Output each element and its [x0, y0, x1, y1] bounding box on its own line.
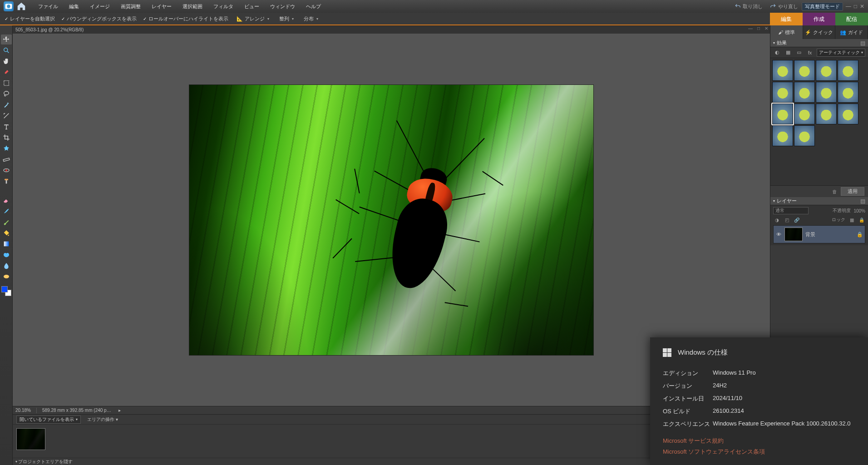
doc-maximize-icon[interactable]: □: [756, 26, 761, 31]
mode-tab-edit[interactable]: 編集: [770, 13, 803, 25]
opt-show-bounding-box[interactable]: バウンディングボックスを表示: [61, 15, 137, 22]
window-minimize-icon[interactable]: —: [846, 3, 851, 10]
opt-rollover-highlight[interactable]: ロールオーバーにハイライトを表示: [143, 15, 228, 22]
effect-thumb[interactable]: [794, 60, 815, 81]
healing-brush-tool-icon[interactable]: [1, 176, 12, 186]
smart-brush-tool-icon[interactable]: [1, 217, 12, 227]
doc-close-icon[interactable]: ✕: [764, 26, 769, 31]
gradient-tool-icon[interactable]: [1, 239, 12, 249]
document-tab[interactable]: 505_8503-1.jpg @ 20.2%(RGB/8) — □ ✕: [13, 25, 770, 34]
crop-tool-icon[interactable]: [1, 133, 12, 143]
layer-row-background[interactable]: 👁 背景 🔒: [773, 225, 865, 243]
magic-wand-tool-icon[interactable]: [1, 100, 12, 110]
status-zoom[interactable]: 20.18%: [15, 408, 31, 413]
home-icon[interactable]: [16, 1, 26, 11]
paint-bucket-tool-icon[interactable]: [1, 228, 12, 238]
bin-thumbnail[interactable]: [16, 428, 45, 450]
undo-button[interactable]: 取り消し: [731, 3, 766, 10]
layer-mask-icon[interactable]: ◰: [783, 216, 790, 223]
effect-thumb[interactable]: [838, 82, 858, 103]
menu-filter[interactable]: フィルタ: [208, 3, 239, 10]
fx-all-icon[interactable]: fx: [806, 49, 814, 57]
new-adjustment-layer-icon[interactable]: ◑: [773, 216, 780, 223]
menu-image[interactable]: イメージ: [84, 3, 115, 10]
shape-tool-icon[interactable]: [1, 250, 12, 260]
effect-thumb[interactable]: [772, 104, 793, 124]
menu-window[interactable]: ウィンドウ: [265, 3, 301, 10]
effects-panel-header[interactable]: 効果 ▤: [770, 39, 868, 47]
fx-style-icon[interactable]: ▦: [784, 49, 792, 57]
straighten-tool-icon[interactable]: [1, 154, 12, 164]
type-tool-icon[interactable]: [1, 122, 12, 132]
status-menu-icon[interactable]: ▸: [118, 408, 121, 413]
blend-mode-dropdown[interactable]: 通常: [773, 207, 809, 214]
quick-select-tool-icon[interactable]: [1, 111, 12, 121]
effect-thumb[interactable]: [816, 60, 837, 81]
effect-thumb[interactable]: [772, 125, 793, 146]
tab-standard[interactable]: 🖌標準: [770, 25, 803, 39]
foreground-color-swatch[interactable]: [1, 286, 8, 292]
marquee-tool-icon[interactable]: [1, 78, 12, 88]
canvas[interactable]: [189, 85, 593, 355]
menu-help[interactable]: ヘルプ: [301, 3, 326, 10]
mode-tab-create[interactable]: 作成: [803, 13, 835, 25]
opt-align-dropdown[interactable]: 整列: [277, 15, 296, 22]
effect-thumb[interactable]: [838, 104, 858, 124]
fx-filter-icon[interactable]: ◐: [773, 49, 781, 57]
ms-license-terms-link[interactable]: Microsoft ソフトウェアライセンス条項: [663, 448, 855, 456]
effect-thumb[interactable]: [816, 104, 837, 124]
app-icon[interactable]: [4, 1, 14, 11]
opt-arrange-dropdown[interactable]: 📐アレンジ: [235, 15, 271, 22]
organizer-mode-button[interactable]: 写真整理モード: [802, 2, 843, 11]
window-maximize-icon[interactable]: □: [854, 3, 857, 10]
tab-quick[interactable]: ⚡クイック: [803, 25, 836, 39]
menu-layer[interactable]: レイヤー: [146, 3, 177, 10]
link-layers-icon[interactable]: 🔗: [793, 216, 800, 223]
visibility-icon[interactable]: 👁: [775, 232, 782, 237]
blur-tool-icon[interactable]: [1, 261, 12, 271]
lock-all-icon[interactable]: 🔒: [858, 216, 865, 223]
eyedropper-tool-icon[interactable]: [1, 67, 12, 77]
layer-name[interactable]: 背景: [805, 231, 815, 238]
lock-pixels-icon[interactable]: ▦: [848, 216, 855, 223]
effect-thumb[interactable]: [772, 60, 793, 81]
bin-area-ops-label[interactable]: エリアの操作 ▾: [87, 416, 118, 423]
mode-tab-share[interactable]: 配信: [835, 13, 868, 25]
effect-thumb[interactable]: [838, 60, 858, 81]
opt-auto-select-layer[interactable]: レイヤーを自動選択: [5, 15, 55, 22]
doc-minimize-icon[interactable]: —: [747, 26, 754, 31]
menu-edit[interactable]: 編集: [64, 3, 84, 10]
menu-file[interactable]: ファイル: [33, 3, 64, 10]
effect-thumb[interactable]: [816, 82, 837, 103]
fx-photo-icon[interactable]: ▭: [795, 49, 803, 57]
hand-tool-icon[interactable]: [1, 56, 12, 66]
layer-thumbnail[interactable]: [784, 228, 803, 241]
opt-distribute-dropdown[interactable]: 分布: [302, 15, 320, 22]
menu-enhance[interactable]: 画質調整: [115, 3, 146, 10]
panel-menu-icon[interactable]: ▤: [860, 198, 865, 204]
brush-tool-icon[interactable]: [1, 206, 12, 216]
eraser-tool-icon[interactable]: [1, 195, 12, 205]
apply-button[interactable]: 適用: [841, 187, 864, 196]
color-swatches[interactable]: [1, 286, 11, 296]
lasso-tool-icon[interactable]: [1, 89, 12, 99]
menu-select[interactable]: 選択範囲: [177, 3, 208, 10]
panel-menu-icon[interactable]: ▤: [860, 40, 865, 46]
layers-panel-header[interactable]: レイヤー ▤: [770, 197, 868, 205]
tab-guided[interactable]: 👥ガイド: [835, 25, 868, 39]
move-tool-icon[interactable]: [1, 35, 12, 45]
menu-view[interactable]: ビュー: [239, 3, 265, 10]
cookie-cutter-tool-icon[interactable]: [1, 143, 12, 153]
effects-category-dropdown[interactable]: アーティスティック: [817, 49, 865, 57]
redeye-tool-icon[interactable]: [1, 165, 12, 175]
effect-thumb[interactable]: [772, 82, 793, 103]
zoom-tool-icon[interactable]: [1, 45, 12, 55]
redo-button[interactable]: やり直し: [766, 3, 802, 10]
opacity-value[interactable]: 100%: [853, 208, 865, 213]
ms-service-terms-link[interactable]: Microsoft サービス規約: [663, 437, 855, 445]
effect-thumb[interactable]: [794, 82, 815, 103]
trash-icon[interactable]: 🗑: [832, 189, 837, 194]
effect-thumb[interactable]: [794, 104, 815, 124]
sponge-tool-icon[interactable]: [1, 272, 12, 282]
bin-view-dropdown[interactable]: 開いているファイルを表示: [16, 416, 81, 424]
